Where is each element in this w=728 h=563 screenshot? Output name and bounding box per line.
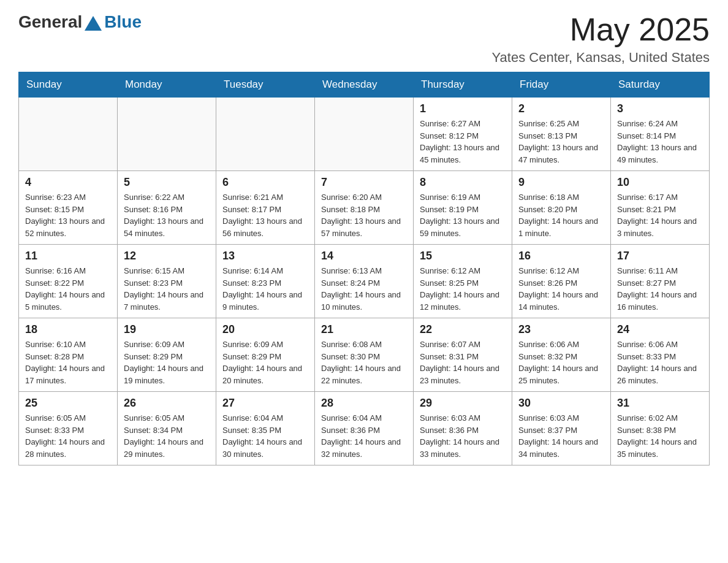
calendar-day-5: 5Sunrise: 6:22 AMSunset: 8:16 PMDaylight… xyxy=(118,171,216,245)
calendar-day-2: 2Sunrise: 6:25 AMSunset: 8:13 PMDaylight… xyxy=(512,98,611,171)
calendar-day-1: 1Sunrise: 6:27 AMSunset: 8:12 PMDaylight… xyxy=(414,98,512,171)
day-number: 10 xyxy=(617,176,703,189)
day-number: 14 xyxy=(321,250,407,262)
calendar-day-18: 18Sunrise: 6:10 AMSunset: 8:28 PMDayligh… xyxy=(19,318,118,392)
day-info: Sunrise: 6:10 AMSunset: 8:28 PMDaylight:… xyxy=(25,339,111,386)
day-number: 20 xyxy=(222,323,308,336)
empty-cell xyxy=(315,98,414,171)
calendar-day-26: 26Sunrise: 6:05 AMSunset: 8:34 PMDayligh… xyxy=(118,392,216,465)
calendar-day-17: 17Sunrise: 6:11 AMSunset: 8:27 PMDayligh… xyxy=(611,245,710,318)
day-info: Sunrise: 6:16 AMSunset: 8:22 PMDaylight:… xyxy=(25,265,111,313)
day-number: 19 xyxy=(124,323,210,336)
calendar-week-2: 4Sunrise: 6:23 AMSunset: 8:15 PMDaylight… xyxy=(19,171,710,245)
calendar-day-25: 25Sunrise: 6:05 AMSunset: 8:33 PMDayligh… xyxy=(19,392,118,465)
day-info: Sunrise: 6:07 AMSunset: 8:31 PMDaylight:… xyxy=(420,339,506,386)
day-info: Sunrise: 6:09 AMSunset: 8:29 PMDaylight:… xyxy=(124,339,210,386)
day-number: 27 xyxy=(222,397,308,410)
header-tuesday: Tuesday xyxy=(216,72,315,98)
calendar-day-24: 24Sunrise: 6:06 AMSunset: 8:33 PMDayligh… xyxy=(611,318,710,392)
calendar-day-10: 10Sunrise: 6:17 AMSunset: 8:21 PMDayligh… xyxy=(611,171,710,245)
day-info: Sunrise: 6:23 AMSunset: 8:15 PMDaylight:… xyxy=(25,191,111,239)
calendar-day-13: 13Sunrise: 6:14 AMSunset: 8:23 PMDayligh… xyxy=(216,245,315,318)
day-number: 26 xyxy=(124,397,210,410)
calendar-day-3: 3Sunrise: 6:24 AMSunset: 8:14 PMDaylight… xyxy=(611,98,710,171)
calendar-day-31: 31Sunrise: 6:02 AMSunset: 8:38 PMDayligh… xyxy=(611,392,710,465)
day-info: Sunrise: 6:05 AMSunset: 8:34 PMDaylight:… xyxy=(124,412,210,460)
calendar-day-14: 14Sunrise: 6:13 AMSunset: 8:24 PMDayligh… xyxy=(315,245,414,318)
day-number: 8 xyxy=(420,176,506,189)
day-number: 9 xyxy=(518,176,604,189)
calendar-day-16: 16Sunrise: 6:12 AMSunset: 8:26 PMDayligh… xyxy=(512,245,611,318)
title-block: May 2025 Yates Center, Kansas, United St… xyxy=(492,12,710,66)
day-number: 3 xyxy=(617,102,703,115)
day-info: Sunrise: 6:14 AMSunset: 8:23 PMDaylight:… xyxy=(222,265,308,313)
day-number: 25 xyxy=(25,397,111,410)
calendar-day-21: 21Sunrise: 6:08 AMSunset: 8:30 PMDayligh… xyxy=(315,318,414,392)
calendar-day-15: 15Sunrise: 6:12 AMSunset: 8:25 PMDayligh… xyxy=(414,245,512,318)
calendar-day-29: 29Sunrise: 6:03 AMSunset: 8:36 PMDayligh… xyxy=(414,392,512,465)
calendar-day-23: 23Sunrise: 6:06 AMSunset: 8:32 PMDayligh… xyxy=(512,318,611,392)
day-info: Sunrise: 6:15 AMSunset: 8:23 PMDaylight:… xyxy=(124,265,210,313)
day-info: Sunrise: 6:08 AMSunset: 8:30 PMDaylight:… xyxy=(321,339,407,386)
logo: General Blue xyxy=(18,12,142,32)
day-number: 7 xyxy=(321,176,407,189)
day-info: Sunrise: 6:20 AMSunset: 8:18 PMDaylight:… xyxy=(321,191,407,239)
day-info: Sunrise: 6:24 AMSunset: 8:14 PMDaylight:… xyxy=(617,118,703,166)
day-number: 29 xyxy=(420,397,506,410)
day-info: Sunrise: 6:27 AMSunset: 8:12 PMDaylight:… xyxy=(420,118,506,166)
day-number: 13 xyxy=(222,250,308,262)
day-info: Sunrise: 6:21 AMSunset: 8:17 PMDaylight:… xyxy=(222,191,308,239)
day-info: Sunrise: 6:12 AMSunset: 8:25 PMDaylight:… xyxy=(420,265,506,313)
header-saturday: Saturday xyxy=(611,72,710,98)
calendar-day-8: 8Sunrise: 6:19 AMSunset: 8:19 PMDaylight… xyxy=(414,171,512,245)
day-info: Sunrise: 6:05 AMSunset: 8:33 PMDaylight:… xyxy=(25,412,111,460)
logo-triangle-icon xyxy=(85,16,102,31)
logo-general-text: General xyxy=(18,12,82,32)
day-info: Sunrise: 6:12 AMSunset: 8:26 PMDaylight:… xyxy=(518,265,604,313)
day-info: Sunrise: 6:11 AMSunset: 8:27 PMDaylight:… xyxy=(617,265,703,313)
calendar-day-22: 22Sunrise: 6:07 AMSunset: 8:31 PMDayligh… xyxy=(414,318,512,392)
day-number: 12 xyxy=(124,250,210,262)
day-info: Sunrise: 6:13 AMSunset: 8:24 PMDaylight:… xyxy=(321,265,407,313)
empty-cell xyxy=(118,98,216,171)
calendar-day-19: 19Sunrise: 6:09 AMSunset: 8:29 PMDayligh… xyxy=(118,318,216,392)
day-number: 4 xyxy=(25,176,111,189)
header-friday: Friday xyxy=(512,72,611,98)
calendar-week-5: 25Sunrise: 6:05 AMSunset: 8:33 PMDayligh… xyxy=(19,392,710,465)
day-number: 16 xyxy=(518,250,604,262)
header-sunday: Sunday xyxy=(19,72,118,98)
day-number: 6 xyxy=(222,176,308,189)
calendar-header-row: SundayMondayTuesdayWednesdayThursdayFrid… xyxy=(19,72,710,98)
day-info: Sunrise: 6:18 AMSunset: 8:20 PMDaylight:… xyxy=(518,191,604,239)
calendar-day-30: 30Sunrise: 6:03 AMSunset: 8:37 PMDayligh… xyxy=(512,392,611,465)
day-info: Sunrise: 6:03 AMSunset: 8:37 PMDaylight:… xyxy=(518,412,604,460)
empty-cell xyxy=(216,98,315,171)
day-number: 23 xyxy=(518,323,604,336)
page-header: General Blue May 2025 Yates Center, Kans… xyxy=(18,12,710,66)
day-number: 21 xyxy=(321,323,407,336)
day-number: 24 xyxy=(617,323,703,336)
day-number: 5 xyxy=(124,176,210,189)
day-number: 17 xyxy=(617,250,703,262)
month-title: May 2025 xyxy=(492,12,710,47)
calendar-table: SundayMondayTuesdayWednesdayThursdayFrid… xyxy=(18,72,710,465)
day-number: 11 xyxy=(25,250,111,262)
day-number: 22 xyxy=(420,323,506,336)
day-info: Sunrise: 6:17 AMSunset: 8:21 PMDaylight:… xyxy=(617,191,703,239)
day-number: 15 xyxy=(420,250,506,262)
calendar-day-20: 20Sunrise: 6:09 AMSunset: 8:29 PMDayligh… xyxy=(216,318,315,392)
day-info: Sunrise: 6:19 AMSunset: 8:19 PMDaylight:… xyxy=(420,191,506,239)
day-info: Sunrise: 6:02 AMSunset: 8:38 PMDaylight:… xyxy=(617,412,703,460)
day-info: Sunrise: 6:22 AMSunset: 8:16 PMDaylight:… xyxy=(124,191,210,239)
day-number: 31 xyxy=(617,397,703,410)
empty-cell xyxy=(19,98,118,171)
day-info: Sunrise: 6:04 AMSunset: 8:36 PMDaylight:… xyxy=(321,412,407,460)
day-info: Sunrise: 6:04 AMSunset: 8:35 PMDaylight:… xyxy=(222,412,308,460)
header-wednesday: Wednesday xyxy=(315,72,414,98)
day-number: 2 xyxy=(518,102,604,115)
calendar-week-3: 11Sunrise: 6:16 AMSunset: 8:22 PMDayligh… xyxy=(19,245,710,318)
day-info: Sunrise: 6:03 AMSunset: 8:36 PMDaylight:… xyxy=(420,412,506,460)
calendar-week-1: 1Sunrise: 6:27 AMSunset: 8:12 PMDaylight… xyxy=(19,98,710,171)
calendar-day-28: 28Sunrise: 6:04 AMSunset: 8:36 PMDayligh… xyxy=(315,392,414,465)
calendar-day-9: 9Sunrise: 6:18 AMSunset: 8:20 PMDaylight… xyxy=(512,171,611,245)
